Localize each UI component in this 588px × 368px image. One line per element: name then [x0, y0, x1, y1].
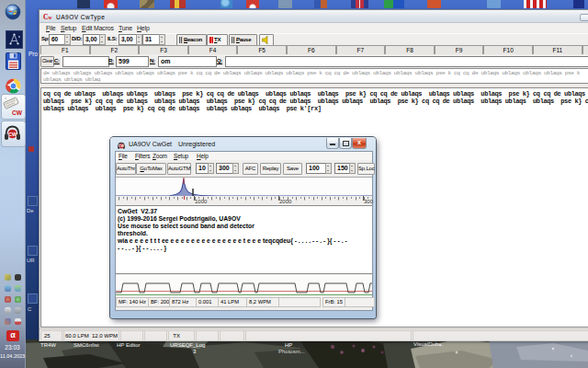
svg-text:HP: HP — [285, 342, 292, 348]
svg-text:CW: CW — [8, 132, 17, 137]
svg-text:URSEQF_Log: URSEQF_Log — [170, 342, 205, 348]
svg-text:VisualDub...: VisualDub... — [413, 341, 444, 347]
svg-text:CW: CW — [12, 109, 23, 116]
svg-text:TR4W: TR4W — [40, 342, 56, 348]
svg-text:HP Editor: HP Editor — [117, 342, 141, 348]
svg-text:Photosm...: Photosm... — [278, 349, 305, 354]
svg-text:CW: CW — [119, 144, 125, 148]
svg-text:SMC6nfist: SMC6nfist — [74, 342, 99, 348]
